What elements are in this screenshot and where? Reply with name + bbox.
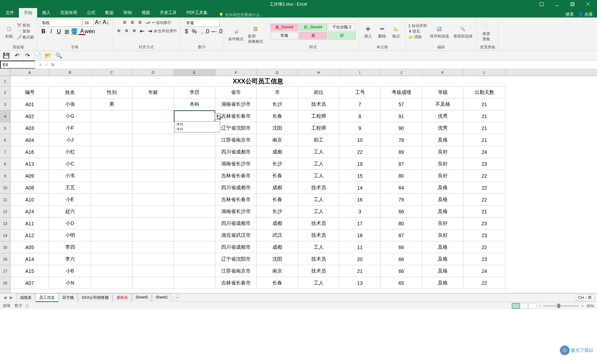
tab-nav-last-icon[interactable]: ▶	[8, 295, 14, 301]
cell-B16[interactable]: 李六	[49, 253, 91, 265]
row-header-4[interactable]: 4	[0, 110, 10, 122]
cell-F9[interactable]: 吉林省长春市	[215, 170, 257, 181]
cell-G9[interactable]: 长春	[257, 170, 298, 181]
row-header-6[interactable]: 6	[0, 134, 10, 146]
tell-me-box[interactable]: 💡告诉我您想要做什么...	[212, 12, 263, 18]
cell-D4[interactable]	[133, 110, 174, 122]
ribbon-tab-开始[interactable]: 开始	[19, 8, 37, 18]
share-button[interactable]: 👤 共享	[578, 12, 593, 18]
sort-filter-button[interactable]: 🔃排序和筛选	[428, 23, 450, 40]
cell-B10[interactable]: 王五	[49, 182, 91, 193]
ribbon-tab-视图[interactable]: 视图	[137, 8, 155, 18]
cell-I11[interactable]: 16	[339, 194, 381, 205]
cell-G14[interactable]: 武汉	[257, 229, 298, 241]
cell-A6[interactable]: A04	[11, 134, 49, 146]
align-top-icon[interactable]: ≡	[121, 19, 128, 26]
cell-C4[interactable]	[91, 110, 133, 122]
macro-record-icon[interactable]: ▢	[25, 303, 29, 308]
cell-F12[interactable]: 湖南省长沙市	[215, 206, 257, 217]
zoom-in-icon[interactable]: ＋	[581, 303, 584, 308]
cell-H6[interactable]: 助工	[298, 134, 339, 146]
cell-B12[interactable]: 赵六	[49, 206, 91, 217]
cell-B11[interactable]: 小E	[49, 194, 91, 205]
cell-D18[interactable]	[133, 277, 174, 289]
cell-C5[interactable]	[91, 122, 133, 134]
cell-E7[interactable]	[174, 146, 215, 158]
cell-C10[interactable]	[91, 182, 133, 193]
validation-dropdown-icon[interactable]: ▾	[215, 113, 221, 119]
cell-E13[interactable]	[174, 218, 215, 229]
cell-D15[interactable]	[133, 241, 174, 253]
cell-E17[interactable]	[174, 265, 215, 277]
header-cell[interactable]: 年龄	[133, 87, 174, 98]
dropdown-option[interactable]: 本科	[175, 122, 220, 127]
header-cell[interactable]: 市	[257, 87, 298, 98]
style-thousand[interactable]: 千位分隔 2	[328, 23, 356, 31]
cell-F8[interactable]: 湖南省长沙市	[215, 158, 257, 170]
cell-H9[interactable]: 工人	[298, 170, 339, 181]
cell-K14[interactable]: 良好	[422, 229, 463, 241]
cell-L18[interactable]: 22	[463, 277, 506, 289]
cell-A9[interactable]: A09	[11, 170, 49, 181]
cell-K3[interactable]: 不及格	[422, 98, 463, 110]
login-link[interactable]: 登录	[565, 12, 574, 18]
row-header-5[interactable]: 5	[0, 122, 10, 134]
row-header-1[interactable]: 1	[0, 76, 10, 87]
cell-C11[interactable]	[91, 194, 133, 205]
cell-L11[interactable]: 22	[463, 194, 506, 205]
underline-button[interactable]: U	[55, 28, 62, 35]
cell-I6[interactable]: 10	[339, 134, 381, 146]
cell-K18[interactable]: 及格	[422, 277, 463, 289]
cell-B3[interactable]: 小张	[49, 98, 91, 110]
cell-F4[interactable]: 吉林省长春市	[215, 110, 257, 122]
style-bad2[interactable]: 差	[299, 32, 327, 40]
cell-J13[interactable]: 80	[381, 218, 422, 229]
style-bad[interactable]: 差_Sheet4	[270, 23, 298, 31]
cell-H5[interactable]: 工程师	[298, 122, 339, 134]
header-cell[interactable]: 考核成绩	[381, 87, 422, 98]
cell-K4[interactable]: 优秀	[422, 110, 463, 122]
col-header-I[interactable]: I	[339, 69, 381, 76]
cell-G15[interactable]: 成都	[257, 241, 298, 253]
cell-B9[interactable]: 小韦	[49, 170, 91, 181]
cell-D9[interactable]	[133, 170, 174, 181]
indent-dec-icon[interactable]: ⇤	[138, 27, 145, 34]
align-bottom-icon[interactable]: ≡	[137, 19, 144, 26]
cell-H18[interactable]: 工人	[298, 277, 339, 289]
cell-L5[interactable]: 21	[463, 122, 506, 134]
undo-icon[interactable]: ↶	[13, 52, 20, 59]
cell-A17[interactable]: A15	[11, 265, 49, 277]
col-header-H[interactable]: H	[298, 69, 339, 76]
row-header-14[interactable]: 14	[0, 229, 10, 241]
cell-G16[interactable]: 沈阳	[257, 253, 298, 265]
tab-nav-first-icon[interactable]: ◀	[2, 295, 8, 301]
row-header-7[interactable]: 7	[0, 146, 10, 158]
header-cell[interactable]: 出勤天数	[463, 87, 506, 98]
cell-L14[interactable]: 23	[463, 229, 506, 241]
cell-L16[interactable]: 23	[463, 253, 506, 265]
cell-F6[interactable]: 江苏省南京市	[215, 134, 257, 146]
cell-J6[interactable]: 78	[381, 134, 422, 146]
cell-A13[interactable]: A11	[11, 218, 49, 229]
cell-F14[interactable]: 湖北省武汉市	[215, 229, 257, 241]
cell-L12[interactable]: 21	[463, 206, 506, 217]
sheet-tab-田字格[interactable]: 田字格	[59, 294, 78, 302]
sheet-tab-XXX公司销售额[interactable]: XXX公司销售额	[78, 294, 113, 302]
cell-D5[interactable]	[133, 122, 174, 134]
cell-A12[interactable]: A24	[11, 206, 49, 217]
cell-F3[interactable]: 湖南省长沙市	[215, 98, 257, 110]
bold-button[interactable]: B	[40, 28, 47, 35]
decrease-font-icon[interactable]: A↓	[102, 19, 109, 26]
cell-D13[interactable]	[133, 218, 174, 229]
cell-G4[interactable]: 长春	[257, 110, 298, 122]
style-normal[interactable]: 常规	[270, 32, 298, 40]
cell-B17[interactable]: 小B	[49, 265, 91, 277]
restore-button[interactable]	[565, 1, 579, 8]
border-button[interactable]: ⊞	[63, 28, 70, 35]
zoom-out-icon[interactable]: −	[539, 304, 541, 308]
row-header-2[interactable]: 2	[0, 87, 10, 98]
percent-icon[interactable]: %	[191, 28, 198, 35]
ribbon-options-icon[interactable]	[535, 1, 549, 8]
cell-L9[interactable]: 22	[463, 170, 506, 181]
cell-H3[interactable]: 技术员	[298, 98, 339, 110]
